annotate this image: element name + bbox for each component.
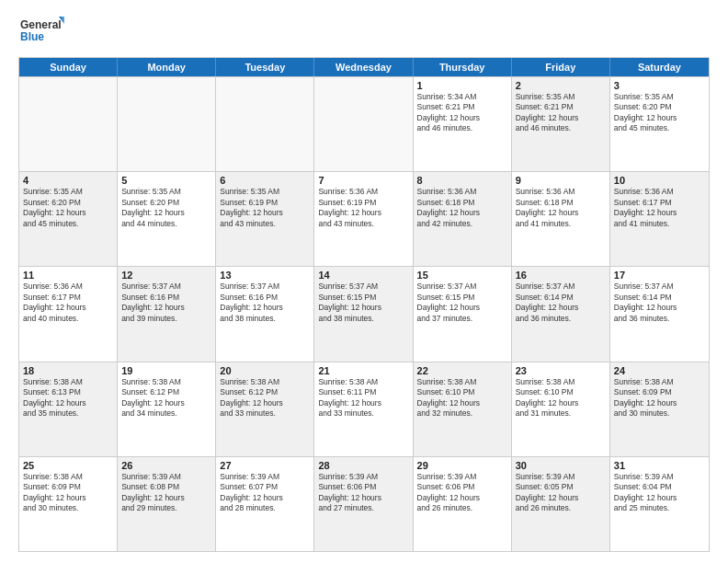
day-info: Sunrise: 5:39 AM Sunset: 6:07 PM Dayligh… bbox=[220, 472, 310, 514]
day-cell-6: 6Sunrise: 5:35 AM Sunset: 6:19 PM Daylig… bbox=[216, 172, 314, 266]
day-number: 2 bbox=[516, 80, 606, 91]
day-info: Sunrise: 5:38 AM Sunset: 6:12 PM Dayligh… bbox=[220, 377, 310, 419]
day-info: Sunrise: 5:38 AM Sunset: 6:09 PM Dayligh… bbox=[23, 472, 113, 514]
day-info: Sunrise: 5:34 AM Sunset: 6:21 PM Dayligh… bbox=[417, 92, 507, 134]
day-header-thursday: Thursday bbox=[414, 58, 512, 76]
day-info: Sunrise: 5:36 AM Sunset: 6:18 PM Dayligh… bbox=[516, 187, 606, 229]
day-info: Sunrise: 5:35 AM Sunset: 6:21 PM Dayligh… bbox=[516, 92, 606, 134]
day-info: Sunrise: 5:36 AM Sunset: 6:19 PM Dayligh… bbox=[318, 187, 408, 229]
day-cell-24: 24Sunrise: 5:38 AM Sunset: 6:09 PM Dayli… bbox=[610, 362, 709, 456]
day-info: Sunrise: 5:39 AM Sunset: 6:04 PM Dayligh… bbox=[614, 472, 705, 514]
day-number: 19 bbox=[121, 365, 211, 376]
day-cell-9: 9Sunrise: 5:36 AM Sunset: 6:18 PM Daylig… bbox=[512, 172, 610, 266]
day-info: Sunrise: 5:37 AM Sunset: 6:14 PM Dayligh… bbox=[614, 282, 705, 324]
day-cell-27: 27Sunrise: 5:39 AM Sunset: 6:07 PM Dayli… bbox=[216, 457, 314, 551]
day-cell-4: 4Sunrise: 5:35 AM Sunset: 6:20 PM Daylig… bbox=[19, 172, 118, 266]
logo-svg: General Blue bbox=[18, 15, 64, 48]
calendar-grid: SundayMondayTuesdayWednesdayThursdayFrid… bbox=[18, 57, 710, 552]
day-cell-20: 20Sunrise: 5:38 AM Sunset: 6:12 PM Dayli… bbox=[216, 362, 314, 456]
week-row-3: 11Sunrise: 5:36 AM Sunset: 6:17 PM Dayli… bbox=[19, 266, 709, 361]
day-cell-12: 12Sunrise: 5:37 AM Sunset: 6:16 PM Dayli… bbox=[118, 267, 216, 361]
day-number: 3 bbox=[614, 80, 705, 91]
day-number: 20 bbox=[220, 365, 310, 376]
day-number: 6 bbox=[220, 175, 310, 186]
empty-cell bbox=[216, 77, 314, 171]
day-info: Sunrise: 5:38 AM Sunset: 6:13 PM Dayligh… bbox=[23, 377, 113, 419]
day-info: Sunrise: 5:39 AM Sunset: 6:06 PM Dayligh… bbox=[318, 472, 408, 514]
day-cell-5: 5Sunrise: 5:35 AM Sunset: 6:20 PM Daylig… bbox=[118, 172, 216, 266]
day-header-saturday: Saturday bbox=[610, 58, 709, 76]
day-cell-16: 16Sunrise: 5:37 AM Sunset: 6:14 PM Dayli… bbox=[512, 267, 610, 361]
day-number: 5 bbox=[121, 175, 211, 186]
day-number: 13 bbox=[220, 270, 310, 281]
day-number: 29 bbox=[417, 460, 507, 471]
day-number: 4 bbox=[23, 175, 113, 186]
day-number: 14 bbox=[318, 270, 408, 281]
week-row-1: 1Sunrise: 5:34 AM Sunset: 6:21 PM Daylig… bbox=[19, 76, 709, 171]
day-number: 28 bbox=[318, 460, 408, 471]
day-cell-26: 26Sunrise: 5:39 AM Sunset: 6:08 PM Dayli… bbox=[118, 457, 216, 551]
day-info: Sunrise: 5:37 AM Sunset: 6:16 PM Dayligh… bbox=[220, 282, 310, 324]
calendar-body: 1Sunrise: 5:34 AM Sunset: 6:21 PM Daylig… bbox=[19, 76, 709, 551]
empty-cell bbox=[118, 77, 216, 171]
day-info: Sunrise: 5:35 AM Sunset: 6:20 PM Dayligh… bbox=[614, 92, 705, 134]
day-header-friday: Friday bbox=[512, 58, 610, 76]
day-cell-23: 23Sunrise: 5:38 AM Sunset: 6:10 PM Dayli… bbox=[512, 362, 610, 456]
day-cell-11: 11Sunrise: 5:36 AM Sunset: 6:17 PM Dayli… bbox=[19, 267, 118, 361]
day-info: Sunrise: 5:38 AM Sunset: 6:10 PM Dayligh… bbox=[417, 377, 507, 419]
day-number: 23 bbox=[516, 365, 606, 376]
day-cell-31: 31Sunrise: 5:39 AM Sunset: 6:04 PM Dayli… bbox=[610, 457, 709, 551]
day-cell-18: 18Sunrise: 5:38 AM Sunset: 6:13 PM Dayli… bbox=[19, 362, 118, 456]
logo: General Blue bbox=[18, 15, 64, 48]
day-cell-28: 28Sunrise: 5:39 AM Sunset: 6:06 PM Dayli… bbox=[314, 457, 413, 551]
day-info: Sunrise: 5:35 AM Sunset: 6:19 PM Dayligh… bbox=[220, 187, 310, 229]
day-number: 27 bbox=[220, 460, 310, 471]
week-row-2: 4Sunrise: 5:35 AM Sunset: 6:20 PM Daylig… bbox=[19, 171, 709, 266]
day-info: Sunrise: 5:35 AM Sunset: 6:20 PM Dayligh… bbox=[121, 187, 211, 229]
day-cell-14: 14Sunrise: 5:37 AM Sunset: 6:15 PM Dayli… bbox=[314, 267, 413, 361]
day-cell-8: 8Sunrise: 5:36 AM Sunset: 6:18 PM Daylig… bbox=[414, 172, 512, 266]
day-cell-17: 17Sunrise: 5:37 AM Sunset: 6:14 PM Dayli… bbox=[610, 267, 709, 361]
header: General Blue bbox=[18, 15, 710, 48]
day-number: 26 bbox=[121, 460, 211, 471]
day-number: 16 bbox=[516, 270, 606, 281]
day-number: 30 bbox=[516, 460, 606, 471]
day-cell-1: 1Sunrise: 5:34 AM Sunset: 6:21 PM Daylig… bbox=[414, 77, 512, 171]
day-info: Sunrise: 5:37 AM Sunset: 6:15 PM Dayligh… bbox=[417, 282, 507, 324]
day-number: 21 bbox=[318, 365, 408, 376]
calendar-header: SundayMondayTuesdayWednesdayThursdayFrid… bbox=[19, 58, 709, 76]
day-number: 11 bbox=[23, 270, 113, 281]
day-header-tuesday: Tuesday bbox=[216, 58, 314, 76]
day-number: 15 bbox=[417, 270, 507, 281]
day-info: Sunrise: 5:36 AM Sunset: 6:17 PM Dayligh… bbox=[614, 187, 705, 229]
week-row-4: 18Sunrise: 5:38 AM Sunset: 6:13 PM Dayli… bbox=[19, 362, 709, 456]
day-cell-3: 3Sunrise: 5:35 AM Sunset: 6:20 PM Daylig… bbox=[610, 77, 709, 171]
day-info: Sunrise: 5:38 AM Sunset: 6:10 PM Dayligh… bbox=[516, 377, 606, 419]
day-cell-30: 30Sunrise: 5:39 AM Sunset: 6:05 PM Dayli… bbox=[512, 457, 610, 551]
empty-cell bbox=[19, 77, 118, 171]
day-number: 8 bbox=[417, 175, 507, 186]
day-number: 10 bbox=[614, 175, 705, 186]
day-number: 22 bbox=[417, 365, 507, 376]
day-info: Sunrise: 5:37 AM Sunset: 6:16 PM Dayligh… bbox=[121, 282, 211, 324]
day-cell-29: 29Sunrise: 5:39 AM Sunset: 6:06 PM Dayli… bbox=[414, 457, 512, 551]
day-cell-22: 22Sunrise: 5:38 AM Sunset: 6:10 PM Dayli… bbox=[414, 362, 512, 456]
day-info: Sunrise: 5:39 AM Sunset: 6:06 PM Dayligh… bbox=[417, 472, 507, 514]
day-info: Sunrise: 5:38 AM Sunset: 6:12 PM Dayligh… bbox=[121, 377, 211, 419]
day-number: 7 bbox=[318, 175, 408, 186]
day-header-wednesday: Wednesday bbox=[314, 58, 413, 76]
day-number: 12 bbox=[121, 270, 211, 281]
day-info: Sunrise: 5:36 AM Sunset: 6:17 PM Dayligh… bbox=[23, 282, 113, 324]
day-number: 9 bbox=[516, 175, 606, 186]
day-info: Sunrise: 5:36 AM Sunset: 6:18 PM Dayligh… bbox=[417, 187, 507, 229]
day-number: 31 bbox=[614, 460, 705, 471]
svg-text:Blue: Blue bbox=[20, 30, 44, 43]
calendar-page: General Blue SundayMondayTuesdayWednesda… bbox=[0, 0, 728, 563]
day-cell-10: 10Sunrise: 5:36 AM Sunset: 6:17 PM Dayli… bbox=[610, 172, 709, 266]
day-cell-2: 2Sunrise: 5:35 AM Sunset: 6:21 PM Daylig… bbox=[512, 77, 610, 171]
empty-cell bbox=[314, 77, 413, 171]
day-cell-15: 15Sunrise: 5:37 AM Sunset: 6:15 PM Dayli… bbox=[414, 267, 512, 361]
day-header-monday: Monday bbox=[118, 58, 216, 76]
day-cell-13: 13Sunrise: 5:37 AM Sunset: 6:16 PM Dayli… bbox=[216, 267, 314, 361]
week-row-5: 25Sunrise: 5:38 AM Sunset: 6:09 PM Dayli… bbox=[19, 456, 709, 551]
